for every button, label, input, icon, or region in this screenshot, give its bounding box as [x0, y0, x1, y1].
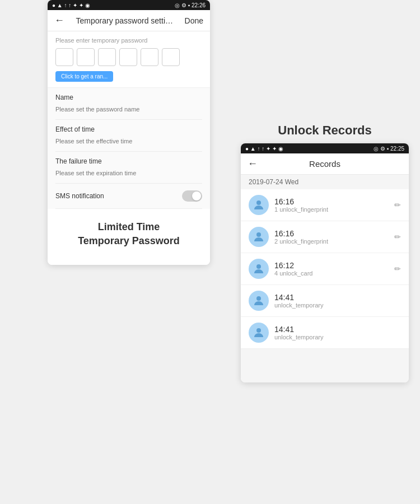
record-info-4: 14:41 unlock_temporary [274, 325, 394, 340]
avatar-1 [249, 227, 269, 247]
records-status-right: ◎ ⚙ ▪ 22:25 [374, 146, 404, 152]
right-panel-wrapper: Unlock Records ● ▲ ↑ ↑ ✦ ✦ ◉ ◎ ⚙ ▪ 22:25… [241, 123, 409, 382]
failure-label: The failure time [55, 157, 202, 165]
sms-toggle[interactable] [182, 190, 202, 202]
bottom-caption: Limited Time Temporary Password [48, 209, 210, 265]
date-header: 2019-07-24 Wed [241, 175, 409, 189]
records-back-button[interactable]: ← [248, 158, 258, 170]
sms-row: SMS notification [55, 184, 202, 209]
record-item-2: 16:12 4 unlock_card ✏ [241, 253, 409, 285]
svg-point-2 [256, 264, 261, 269]
effect-group: Effect of time [55, 120, 202, 152]
record-item-3: 14:41 unlock_temporary ✏ [241, 285, 409, 317]
password-box-2[interactable] [77, 48, 95, 66]
failure-input[interactable] [55, 170, 202, 176]
record-info-3: 14:41 unlock_temporary [274, 293, 394, 309]
svg-point-0 [256, 200, 261, 205]
status-bar-left: ● ▲ ↑ ↑ ✦ ✦ ◉ ◎ ⚙ ▪ 22:26 [48, 0, 210, 10]
record-info-0: 16:16 1 unlock_fingerprint [274, 197, 394, 213]
records-status-bar: ● ▲ ↑ ↑ ✦ ✦ ◉ ◎ ⚙ ▪ 22:25 [241, 143, 409, 153]
effect-label: Effect of time [55, 125, 202, 133]
password-box-4[interactable] [119, 48, 137, 66]
record-item: 16:16 1 unlock_fingerprint ✏ [241, 189, 409, 221]
password-box-5[interactable] [141, 48, 158, 66]
records-nav: ← Records [241, 153, 409, 175]
record-time-2: 16:12 [274, 261, 394, 270]
avatar-3 [249, 291, 269, 311]
form-section: Name Effect of time The failure time SMS… [48, 88, 210, 209]
record-type-1: 2 unlock_fingerprint [274, 238, 394, 245]
unlock-records-title: Unlock Records [241, 123, 409, 138]
password-boxes [55, 48, 202, 66]
caption-title: Limited Time Temporary Password [55, 220, 202, 248]
record-type-4: unlock_temporary [274, 334, 394, 340]
done-button[interactable]: Done [185, 16, 203, 25]
avatar-2 [249, 259, 269, 279]
name-group: Name [55, 88, 202, 120]
avatar-4 [249, 323, 269, 343]
record-type-2: 4 unlock_card [274, 270, 394, 277]
record-type-3: unlock_temporary [274, 302, 394, 309]
name-input[interactable] [55, 106, 202, 113]
effect-input[interactable] [55, 138, 202, 144]
sms-label: SMS notification [55, 192, 104, 200]
records-phone: ● ▲ ↑ ↑ ✦ ✦ ◉ ◎ ⚙ ▪ 22:25 ← Records 2019… [241, 143, 409, 382]
record-info-1: 16:16 2 unlock_fingerprint [274, 229, 394, 245]
password-box-1[interactable] [55, 48, 73, 66]
record-type-0: 1 unlock_fingerprint [274, 206, 394, 213]
svg-point-1 [256, 232, 261, 237]
password-section: Please enter temporary password Click to… [48, 31, 210, 88]
records-status-left: ● ▲ ↑ ↑ ✦ ✦ ◉ [245, 146, 283, 152]
record-time-4: 14:41 [274, 325, 394, 334]
record-item-4: 14:41 unlock_temporary ✏ [241, 317, 409, 349]
edit-icon-0[interactable]: ✏ [394, 200, 401, 209]
edit-icon-1[interactable]: ✏ [394, 232, 401, 241]
status-icons-right: ◎ ⚙ ▪ 22:26 [175, 2, 206, 8]
nav-title: Temporary password setti… [76, 16, 174, 25]
records-nav-title: Records [309, 159, 340, 169]
record-info-2: 16:12 4 unlock_card [274, 261, 394, 277]
record-item-1: 16:16 2 unlock_fingerprint ✏ [241, 221, 409, 253]
record-time-0: 16:16 [274, 197, 394, 206]
record-time-1: 16:16 [274, 229, 394, 238]
back-button[interactable]: ← [54, 15, 64, 26]
random-button[interactable]: Click to get a ran... [55, 71, 113, 82]
svg-point-4 [256, 328, 261, 333]
left-panel: ● ▲ ↑ ↑ ✦ ✦ ◉ ◎ ⚙ ▪ 22:26 ← Temporary pa… [48, 0, 210, 265]
status-icons-left: ● ▲ ↑ ↑ ✦ ✦ ◉ [52, 2, 90, 8]
edit-icon-2[interactable]: ✏ [394, 264, 401, 273]
failure-group: The failure time [55, 152, 202, 184]
avatar-0 [249, 195, 269, 215]
password-box-3[interactable] [98, 48, 116, 66]
password-box-6[interactable] [162, 48, 180, 66]
password-hint: Please enter temporary password [55, 37, 202, 44]
name-label: Name [55, 94, 202, 101]
nav-bar: ← Temporary password setti… Done [48, 10, 210, 31]
record-time-3: 14:41 [274, 293, 394, 302]
svg-point-3 [256, 296, 261, 301]
records-footer [241, 349, 409, 382]
